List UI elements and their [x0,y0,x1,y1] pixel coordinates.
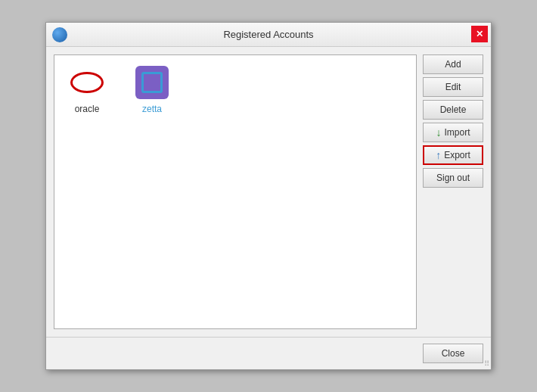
delete-button[interactable]: Delete [423,100,483,120]
accounts-panel: oracle zetta [54,54,417,329]
registered-accounts-dialog: Registered Accounts ✕ oracle ze [45,22,492,370]
delete-label: Delete [440,104,467,115]
app-icon [52,27,67,42]
export-arrow-icon: ↑ [436,149,441,161]
import-button[interactable]: ↓ Import [423,123,483,142]
account-item-zetta[interactable]: zetta [126,61,178,117]
footer: Close ⠿ [46,337,491,369]
zetta-icon-inner [141,72,163,93]
close-x-icon: ✕ [476,29,483,39]
edit-button[interactable]: Edit [423,77,483,97]
oracle-label: oracle [75,104,100,114]
zetta-icon-wrapper-outer [134,64,170,101]
zetta-icon [135,66,169,99]
import-label: Import [444,127,470,138]
account-item-oracle[interactable]: oracle [61,61,113,117]
button-panel: Add Edit Delete ↓ Import ↑ Export Sign o… [423,54,483,329]
add-label: Add [445,59,461,70]
import-arrow-icon: ↓ [436,126,441,138]
export-label: Export [444,150,470,160]
sign-out-button[interactable]: Sign out [423,168,483,188]
resize-handle-icon[interactable]: ⠿ [484,359,489,368]
add-button[interactable]: Add [423,54,483,74]
window-close-button[interactable]: ✕ [471,26,488,42]
oracle-icon [70,72,104,93]
dialog-title: Registered Accounts [223,29,313,40]
zetta-label: zetta [142,104,162,114]
export-button[interactable]: ↑ Export [423,145,483,165]
content-area: oracle zetta Add Edit Delete [46,47,491,337]
close-label: Close [442,348,465,359]
edit-label: Edit [445,82,461,92]
sign-out-label: Sign out [436,173,470,183]
oracle-icon-wrapper [69,64,105,101]
close-button[interactable]: Close [423,344,483,363]
title-bar: Registered Accounts ✕ [46,23,491,47]
